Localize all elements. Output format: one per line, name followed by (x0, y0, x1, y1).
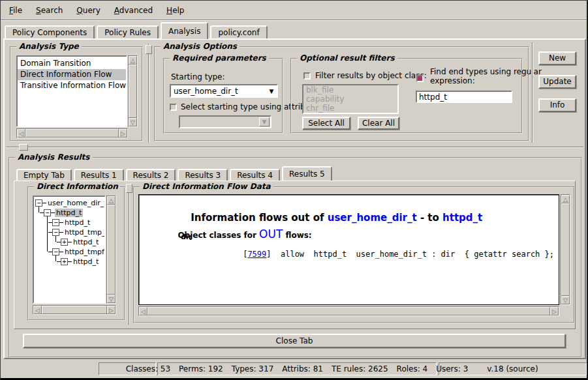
attrib-combobox: ▼ (179, 115, 271, 128)
tree-node-label[interactable]: user_home_dir_t (46, 199, 104, 207)
scroll-right-icon[interactable]: ▷ (107, 306, 116, 314)
starting-type-combobox[interactable]: user_home_dir_t ▼ (170, 84, 278, 98)
flow-data-text[interactable]: Information flows out of user_home_dir_t… (138, 194, 559, 305)
new-button[interactable]: New (538, 51, 576, 65)
stat-classes: Classes: 53 (126, 364, 170, 373)
flow-tree-hscrollbar[interactable]: ◁ ▷ (33, 305, 116, 315)
analysis-type-listbox[interactable]: Domain Transition Direct Information Flo… (16, 55, 127, 127)
analysis-type-hscrollbar[interactable]: ◁ ▷ (16, 128, 128, 138)
analysis-type-group: Analysis Type Domain Transition Direct I… (10, 46, 143, 141)
tab-analysis[interactable]: Analysis (161, 22, 208, 39)
tree-collapse-icon[interactable]: − (52, 248, 59, 256)
tree-collapse-icon[interactable]: − (52, 219, 59, 226)
tree-row[interactable]: + httpd_t (34, 237, 104, 247)
menu-search[interactable]: Search (34, 5, 65, 16)
regex-checkbox[interactable] (416, 75, 424, 82)
scroll-down-icon[interactable]: ▽ (107, 295, 116, 303)
select-all-button[interactable]: Select All (302, 117, 350, 130)
scrollbar-thumb[interactable] (25, 129, 119, 138)
tree-row[interactable]: − user_home_dir_t (34, 198, 104, 208)
tree-node-label-selected[interactable]: httpd_t (55, 209, 83, 217)
scroll-left-icon[interactable]: ◁ (33, 306, 42, 314)
rule-text: ] allow httpd_t user_home_dir_t : dir { … (266, 250, 554, 259)
tab-empty[interactable]: Empty Tab (16, 169, 72, 181)
scroll-right-icon[interactable]: ▷ (119, 129, 127, 138)
list-item[interactable]: Transitive Information Flow (18, 80, 126, 91)
required-parameters-group: Required parameters Starting type: user_… (163, 58, 283, 134)
scroll-left-icon[interactable]: ◁ (17, 129, 25, 138)
tree-row[interactable]: − httpd_t (34, 208, 104, 218)
flow-tree-label: Direct Information Flow T (34, 182, 120, 191)
regex-input[interactable] (416, 91, 512, 103)
tab-policy-conf[interactable]: policy.conf (210, 25, 267, 39)
scroll-up-icon[interactable]: △ (129, 56, 137, 65)
tab-policy-components[interactable]: Policy Components (5, 25, 95, 39)
tree-collapse-icon[interactable]: − (35, 199, 42, 207)
stat-types: Types: 317 (232, 364, 274, 373)
update-button[interactable]: Update (538, 75, 576, 89)
flow-tree[interactable]: − user_home_dir_t − httpd_t − httpd_t (33, 196, 106, 304)
tab-results-1[interactable]: Results 1 (74, 169, 124, 181)
regex-checkbox-row (416, 74, 424, 83)
tree-row[interactable]: + httpd_t (34, 257, 104, 267)
flow-tree-vscrollbar[interactable]: △ ▽ (106, 196, 116, 304)
tree-node-label[interactable]: httpd_tmpfs_t (63, 248, 104, 256)
scroll-down-icon[interactable]: ▽ (129, 118, 137, 126)
object-class-checkbox-label: Filter results by object class: (315, 71, 427, 80)
scroll-down-icon[interactable]: ▽ (561, 296, 570, 304)
scroll-up-icon[interactable]: △ (561, 195, 570, 203)
required-parameters-label: Required parameters (170, 53, 269, 63)
menu-help[interactable]: Help (164, 5, 186, 16)
regex-label-line2: expression: (430, 76, 542, 85)
close-tab-button[interactable]: Close Tab (23, 334, 566, 348)
menu-file[interactable]: File (7, 5, 24, 16)
scroll-up-icon[interactable]: △ (107, 196, 116, 205)
scroll-right-icon[interactable]: ▷ (550, 307, 559, 315)
status-version-panel: v.18 (source) (439, 362, 587, 375)
optional-result-filters-group: Optional result filters Filter results b… (290, 58, 523, 134)
tree-node-label[interactable]: httpd_t (72, 238, 100, 246)
list-item-disabled: chr_file (303, 104, 397, 113)
attrib-checkbox[interactable] (170, 104, 177, 111)
scrollbar-thumb[interactable] (561, 203, 570, 296)
flow-tree-canvas: − user_home_dir_t − httpd_t − httpd_t (34, 197, 104, 302)
flow-data-hscrollbar[interactable]: ◁ ▷ (138, 306, 559, 316)
tree-node-label[interactable]: httpd_t (63, 218, 91, 227)
clear-all-button[interactable]: Clear All (358, 117, 399, 130)
tree-expand-icon[interactable]: + (61, 258, 68, 265)
object-class-checkbox-row: Filter results by object class: (303, 71, 427, 80)
scroll-left-icon[interactable]: ◁ (139, 307, 147, 315)
tree-node-label[interactable]: httpd_tmp_t (63, 228, 104, 237)
tree-row[interactable]: − httpd_tmp_t (34, 227, 104, 237)
tree-data-splitter-handle[interactable] (126, 184, 132, 193)
menu-advanced[interactable]: Advanced (112, 5, 155, 16)
results-splitter-handle[interactable] (19, 144, 28, 151)
menu-query[interactable]: Query (74, 5, 102, 16)
tree-collapse-icon[interactable]: − (52, 229, 59, 236)
tab-results-4[interactable]: Results 4 (230, 169, 280, 181)
scrollbar-thumb[interactable] (147, 307, 550, 315)
splitter-line (148, 44, 149, 143)
tree-collapse-icon[interactable]: − (44, 209, 51, 216)
statusbar: Classes: 53 Perms: 192 Types: 317 Attrib… (1, 360, 587, 378)
tab-policy-rules[interactable]: Policy Rules (97, 25, 159, 39)
tab-results-3[interactable]: Results 3 (178, 169, 228, 181)
tree-node-label[interactable]: httpd_t (72, 257, 100, 266)
scrollbar-thumb[interactable] (129, 65, 137, 118)
tree-row[interactable]: − httpd_t (34, 218, 104, 227)
analysis-type-vscrollbar[interactable]: △ ▽ (128, 55, 138, 127)
tab-results-2[interactable]: Results 2 (126, 169, 176, 181)
splitter-handle[interactable] (146, 45, 152, 54)
rule-number-link[interactable]: 7599 (247, 250, 266, 259)
chevron-down-icon[interactable]: ▼ (266, 88, 277, 95)
tab-results-5[interactable]: Results 5 (282, 166, 332, 181)
scrollbar-thumb[interactable] (107, 205, 116, 295)
flow-data-vscrollbar[interactable]: △ ▽ (561, 194, 570, 305)
tree-row[interactable]: − httpd_tmpfs_t (34, 247, 104, 257)
object-class-checkbox[interactable] (303, 72, 311, 80)
list-item[interactable]: Domain Transition (18, 58, 126, 69)
tree-expand-icon[interactable]: + (61, 239, 68, 246)
info-button[interactable]: Info (538, 98, 576, 112)
list-item-selected[interactable]: Direct Information Flow (18, 69, 126, 80)
scrollbar-thumb[interactable] (42, 306, 107, 314)
